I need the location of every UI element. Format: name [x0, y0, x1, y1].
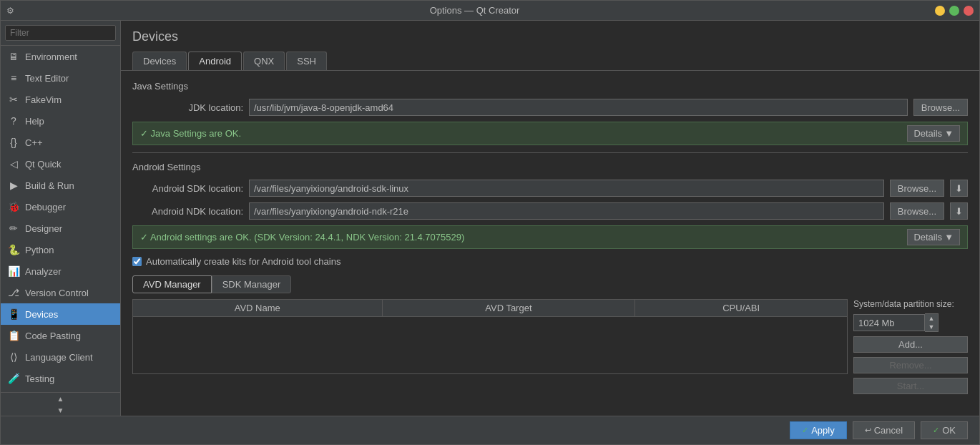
sidebar-item-help[interactable]: ? Help: [1, 110, 120, 132]
testing-icon: 🧪: [8, 373, 19, 384]
jdk-browse-button[interactable]: Browse...: [913, 99, 968, 116]
jdk-location-row: JDK location: Browse...: [132, 99, 968, 116]
window-controls: [935, 6, 974, 16]
main-area: 🖥 Environment ≡ Text Editor ✂ FakeVim ? …: [1, 21, 979, 416]
sidebar-item-label: Code Pasting: [25, 331, 81, 341]
add-avd-button[interactable]: Add...: [853, 336, 968, 353]
sidebar-item-label: Devices: [25, 309, 58, 320]
environment-icon: 🖥: [8, 51, 19, 62]
avd-table: AVD Name AVD Target CPU/ABI: [132, 299, 848, 374]
sidebar-item-devices[interactable]: 📱 Devices: [1, 303, 120, 325]
sidebar-item-label: Environment: [25, 52, 77, 62]
sidebar-item-build-run[interactable]: ▶ Build & Run: [1, 175, 120, 196]
sidebar-item-fakevim[interactable]: ✂ FakeVim: [1, 89, 120, 110]
sdk-input[interactable]: [249, 180, 884, 197]
ok-check-icon: ✓: [933, 426, 939, 435]
sidebar-scroll-buttons: ▲ ▼: [1, 392, 120, 416]
sidebar-item-designer[interactable]: ✏ Designer: [1, 217, 120, 239]
qt-quick-icon: ◁: [8, 158, 19, 170]
sdk-download-button[interactable]: ⬇: [950, 180, 968, 197]
avd-empty-row: [133, 317, 848, 374]
java-details-button[interactable]: Details ▼: [907, 125, 960, 142]
remove-avd-button[interactable]: Remove...: [853, 357, 968, 373]
section-divider: [132, 152, 968, 153]
sub-tab-sdk-manager[interactable]: SDK Manager: [212, 275, 292, 293]
android-settings-title: Android Settings: [132, 162, 968, 172]
tab-ssh[interactable]: SSH: [286, 52, 327, 70]
sidebar: 🖥 Environment ≡ Text Editor ✂ FakeVim ? …: [1, 21, 121, 416]
ndk-download-button[interactable]: ⬇: [950, 202, 968, 220]
details-dropdown-icon: ▼: [944, 128, 954, 139]
ndk-browse-button[interactable]: Browse...: [890, 202, 944, 220]
avd-controls: System/data partition size: ▲ ▼ Add... R…: [853, 299, 968, 394]
sdk-browse-button[interactable]: Browse...: [890, 180, 944, 197]
partition-label: System/data partition size:: [853, 299, 968, 309]
code-pasting-icon: 📋: [8, 330, 19, 341]
cancel-button[interactable]: ↩ Cancel: [853, 421, 915, 439]
android-status-row: ✓ Android settings are OK. (SDK Version:…: [132, 225, 968, 249]
java-settings-title: Java Settings: [132, 81, 968, 92]
sidebar-item-version-control[interactable]: ⎇ Version Control: [1, 282, 120, 303]
maximize-button[interactable]: [949, 6, 959, 16]
sidebar-item-label: C++: [25, 137, 43, 148]
sidebar-list: 🖥 Environment ≡ Text Editor ✂ FakeVim ? …: [1, 46, 120, 392]
apply-check-icon: ✓: [802, 426, 808, 435]
spin-up-button[interactable]: ▲: [925, 314, 938, 323]
tab-devices[interactable]: Devices: [132, 52, 187, 70]
cancel-label: Cancel: [874, 425, 903, 436]
sidebar-item-code-pasting[interactable]: 📋 Code Pasting: [1, 325, 120, 346]
ndk-input[interactable]: [249, 202, 884, 220]
scroll-up-button[interactable]: ▲: [1, 393, 120, 404]
sidebar-item-python[interactable]: 🐍 Python: [1, 239, 120, 260]
android-details-button[interactable]: Details ▼: [907, 229, 960, 245]
sidebar-item-label: Qt Quick: [25, 159, 62, 170]
auto-create-label: Automatically create kits for Android to…: [146, 256, 340, 267]
apply-button[interactable]: ✓ Apply: [790, 421, 847, 439]
sidebar-item-environment[interactable]: 🖥 Environment: [1, 46, 120, 67]
build-run-icon: ▶: [8, 180, 19, 191]
sidebar-item-cpp[interactable]: {} C++: [1, 132, 120, 153]
sidebar-item-language-client[interactable]: ⟨⟩ Language Client: [1, 346, 120, 368]
apply-label: Apply: [811, 425, 835, 436]
sidebar-item-text-editor[interactable]: ≡ Text Editor: [1, 67, 120, 89]
scroll-down-button[interactable]: ▼: [1, 404, 120, 416]
gear-icon: ⚙: [6, 6, 14, 16]
avd-section: AVD Name AVD Target CPU/ABI: [132, 299, 968, 394]
sidebar-item-debugger[interactable]: 🐞 Debugger: [1, 196, 120, 217]
sidebar-item-label: Testing: [25, 373, 54, 384]
sidebar-item-label: Analyzer: [25, 266, 62, 277]
sidebar-item-qt-quick[interactable]: ◁ Qt Quick: [1, 153, 120, 175]
avd-cpu-header: CPU/ABI: [635, 300, 848, 317]
avd-table-container: AVD Name AVD Target CPU/ABI: [132, 299, 848, 394]
partition-input[interactable]: [853, 314, 925, 331]
language-client-icon: ⟨⟩: [8, 351, 19, 363]
sidebar-item-testing[interactable]: 🧪 Testing: [1, 368, 120, 389]
close-button[interactable]: [964, 6, 974, 16]
sub-tab-avd-manager[interactable]: AVD Manager: [132, 275, 212, 293]
cpp-icon: {}: [8, 137, 19, 148]
sidebar-item-label: Version Control: [25, 288, 89, 298]
jdk-input[interactable]: [249, 99, 908, 116]
spin-down-button[interactable]: ▼: [925, 323, 938, 331]
avd-sub-tab-bar: AVD Manager SDK Manager: [132, 275, 968, 293]
spin-buttons: ▲ ▼: [925, 313, 939, 332]
sidebar-item-label: FakeVim: [25, 94, 62, 105]
sidebar-item-analyzer[interactable]: 📊 Analyzer: [1, 260, 120, 282]
ok-button[interactable]: ✓ OK: [921, 421, 968, 439]
partition-spin-row: ▲ ▼: [853, 313, 968, 332]
tab-android[interactable]: Android: [188, 52, 242, 70]
ok-label: OK: [942, 425, 956, 436]
content-header: Devices Devices Android QNX SSH: [121, 21, 979, 71]
start-avd-button[interactable]: Start...: [853, 378, 968, 394]
filter-input[interactable]: [5, 25, 116, 41]
auto-create-row: Automatically create kits for Android to…: [132, 256, 968, 267]
minimize-button[interactable]: [935, 6, 945, 16]
content-body: Java Settings JDK location: Browse... ✓ …: [121, 71, 979, 416]
java-status-row: ✓ Java Settings are OK. Details ▼: [132, 122, 968, 145]
text-editor-icon: ≡: [8, 72, 19, 84]
sidebar-item-label: Build & Run: [25, 180, 74, 191]
auto-create-checkbox[interactable]: [132, 257, 142, 266]
tab-qnx[interactable]: QNX: [243, 52, 285, 70]
java-status-text: ✓ Java Settings are OK.: [140, 128, 901, 139]
main-window: ⚙ Options — Qt Creator 🖥 Environment ≡ T…: [0, 0, 980, 445]
